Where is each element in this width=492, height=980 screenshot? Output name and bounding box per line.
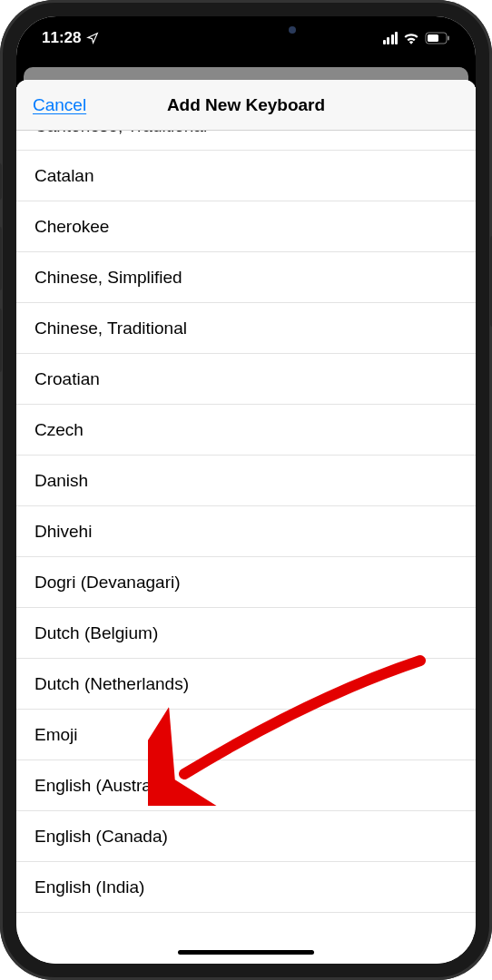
status-left: 11:28 — [42, 29, 99, 47]
volume-down-button — [0, 309, 2, 372]
home-indicator[interactable] — [178, 950, 314, 955]
keyboard-label: English (Australia) — [34, 776, 174, 796]
list-item[interactable]: Czech — [16, 405, 476, 456]
list-item[interactable]: Danish — [16, 456, 476, 506]
list-item[interactable]: Croatian — [16, 354, 476, 405]
svg-rect-1 — [448, 36, 449, 41]
list-item[interactable]: Chinese, Simplified — [16, 252, 476, 303]
keyboard-label: Chinese, Simplified — [34, 268, 182, 288]
status-right — [383, 32, 451, 44]
keyboard-label: English (Canada) — [34, 827, 168, 847]
keyboard-label: Dhivehi — [34, 522, 92, 542]
keyboard-label: Dutch (Netherlands) — [34, 674, 189, 694]
keyboard-label: English (India) — [34, 877, 144, 897]
keyboard-label: Czech — [34, 420, 84, 440]
keyboard-label: Chinese, Traditional — [34, 318, 187, 338]
list-item[interactable]: Dogri (Devanagari) — [16, 557, 476, 608]
svg-rect-2 — [428, 34, 438, 42]
list-item[interactable]: Catalan — [16, 151, 476, 201]
list-item[interactable]: English (Canada) — [16, 811, 476, 862]
location-icon — [86, 32, 99, 44]
status-time: 11:28 — [42, 29, 81, 47]
volume-up-button — [0, 227, 2, 290]
keyboard-label: Dutch (Belgium) — [34, 623, 158, 643]
list-item[interactable]: Dhivehi — [16, 506, 476, 557]
list-item[interactable]: Chinese, Traditional — [16, 303, 476, 354]
keyboard-label: Croatian — [34, 369, 100, 389]
cellular-icon — [383, 32, 399, 44]
battery-icon — [425, 32, 450, 44]
nav-bar: Cancel Add New Keyboard — [16, 80, 476, 131]
list-item[interactable]: Dutch (Belgium) — [16, 608, 476, 659]
wifi-icon — [403, 32, 419, 44]
keyboard-label: Dogri (Devanagari) — [34, 573, 181, 593]
camera-dot — [289, 26, 296, 34]
notch — [151, 16, 341, 44]
silence-switch — [0, 163, 2, 200]
add-keyboard-modal: Cancel Add New Keyboard Cantonese, Tradi… — [16, 80, 476, 964]
list-item[interactable]: English (India) — [16, 862, 476, 913]
list-item[interactable]: English (Australia) — [16, 760, 476, 811]
list-item[interactable]: Cherokee — [16, 201, 476, 252]
keyboard-label: Danish — [34, 471, 88, 491]
phone-frame: 11:28 — [0, 0, 492, 980]
keyboard-label: Emoji — [34, 725, 78, 745]
keyboard-list[interactable]: Cantonese, Traditional Catalan Cherokee … — [16, 114, 476, 964]
list-item[interactable]: Dutch (Netherlands) — [16, 659, 476, 710]
screen: 11:28 — [16, 16, 476, 964]
keyboard-label: Catalan — [34, 166, 94, 186]
cancel-button[interactable]: Cancel — [33, 95, 86, 115]
list-item[interactable]: Emoji — [16, 710, 476, 760]
keyboard-label: Cherokee — [34, 217, 109, 237]
